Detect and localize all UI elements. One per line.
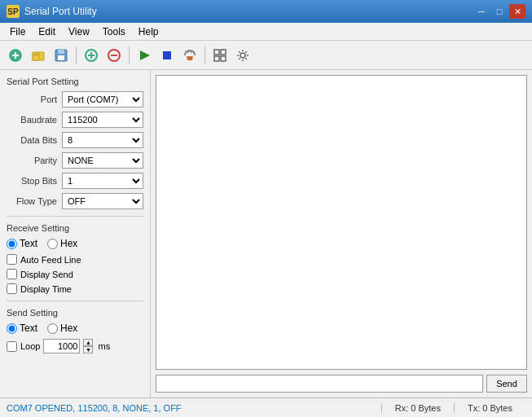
loop-value-input[interactable]	[43, 339, 80, 353]
app-icon: SP	[7, 5, 20, 18]
left-panel: Serial Port Setting Port Port (COM7) Por…	[0, 70, 151, 397]
svg-rect-6	[58, 50, 64, 54]
title-text: Serial Port Utility	[24, 6, 473, 17]
toolbar-separator-3	[204, 46, 205, 64]
svg-rect-17	[214, 56, 219, 61]
display-send-label: Display Send	[20, 270, 73, 279]
remove-connection-button[interactable]	[103, 45, 125, 66]
loop-label: Loop	[20, 341, 40, 351]
loop-checkbox[interactable]: Loop	[7, 341, 40, 352]
send-row: Send	[156, 375, 527, 393]
receive-text-label: Text	[20, 238, 37, 249]
receive-setting-title: Receive Setting	[7, 223, 143, 233]
parity-row: Parity NONE ODD EVEN MARK SPACE	[7, 152, 143, 169]
flowtype-select[interactable]: OFF HARDWARE SOFTWARE	[62, 193, 143, 209]
svg-rect-15	[214, 50, 219, 55]
menu-view[interactable]: View	[62, 24, 96, 39]
display-time-label: Display Time	[20, 284, 72, 294]
send-button[interactable]: Send	[486, 375, 527, 393]
svg-point-19	[240, 53, 245, 58]
display-time-checkbox[interactable]: Display Time	[7, 283, 143, 294]
menu-tools[interactable]: Tools	[96, 24, 132, 39]
ms-label: ms	[98, 341, 110, 351]
receive-hex-label: Hex	[60, 238, 77, 249]
receive-text-area[interactable]	[156, 75, 527, 370]
receive-text-radio[interactable]: Text	[7, 238, 37, 249]
send-text-radio[interactable]: Text	[7, 323, 37, 334]
databits-label: Data Bits	[7, 135, 62, 145]
status-rx: Rx: 0 Bytes	[382, 403, 455, 413]
svg-rect-14	[163, 51, 171, 59]
baudrate-select[interactable]: 115200 9600 19200 38400 57600	[62, 112, 143, 128]
loop-increment-button[interactable]: ▲	[83, 339, 93, 346]
loop-spinner: ▲ ▼	[83, 339, 93, 353]
svg-rect-16	[221, 50, 226, 55]
loop-decrement-button[interactable]: ▼	[83, 346, 93, 353]
receive-format-group: Text Hex	[7, 238, 143, 249]
parity-select[interactable]: NONE ODD EVEN MARK SPACE	[62, 152, 143, 169]
divider-1	[7, 216, 143, 217]
toolbar-separator-2	[129, 46, 130, 64]
settings-button[interactable]	[232, 45, 253, 66]
send-format-group: Text Hex	[7, 323, 143, 334]
menu-help[interactable]: Help	[132, 24, 165, 39]
send-setting-title: Send Setting	[7, 308, 143, 318]
toolbar-separator-1	[76, 46, 77, 64]
menu-bar: File Edit View Tools Help	[0, 23, 532, 41]
send-hex-label: Hex	[60, 323, 77, 334]
clear-button[interactable]	[179, 45, 200, 66]
disconnect-button[interactable]	[156, 45, 178, 66]
send-text-input[interactable]	[156, 375, 483, 393]
menu-file[interactable]: File	[3, 24, 32, 39]
minimize-button[interactable]: ─	[473, 4, 490, 19]
stopbits-label: Stop Bits	[7, 176, 62, 186]
port-label: Port	[7, 94, 62, 104]
auto-feed-line-label: Auto Feed Line	[20, 255, 81, 265]
flowtype-label: Flow Type	[7, 196, 62, 206]
right-panel: Send	[151, 70, 532, 397]
multiport-button[interactable]	[209, 45, 231, 66]
main-content: Serial Port Setting Port Port (COM7) Por…	[0, 70, 532, 397]
port-row: Port Port (COM7) Port (COM1) Port (COM2)	[7, 91, 143, 108]
open-button[interactable]	[28, 45, 49, 66]
display-send-checkbox[interactable]: Display Send	[7, 269, 143, 279]
add-connection-button[interactable]	[81, 45, 102, 66]
save-button[interactable]	[51, 45, 72, 66]
parity-label: Parity	[7, 156, 62, 165]
svg-marker-13	[140, 50, 150, 60]
stopbits-row: Stop Bits 1 1.5 2	[7, 173, 143, 189]
serial-port-setting-title: Serial Port Setting	[7, 77, 143, 86]
receive-hex-radio[interactable]: Hex	[47, 238, 77, 249]
close-button[interactable]: ✕	[509, 4, 525, 19]
new-button[interactable]	[5, 45, 26, 66]
svg-rect-18	[221, 56, 226, 61]
send-text-label: Text	[20, 323, 37, 334]
stopbits-select[interactable]: 1 1.5 2	[62, 173, 143, 189]
baudrate-label: Baudrate	[7, 115, 62, 125]
loop-row: Loop ▲ ▼ ms	[7, 339, 143, 353]
databits-row: Data Bits 8 5 6 7	[7, 132, 143, 148]
send-hex-radio[interactable]: Hex	[47, 323, 77, 334]
auto-feed-line-checkbox[interactable]: Auto Feed Line	[7, 254, 143, 265]
port-select[interactable]: Port (COM7) Port (COM1) Port (COM2)	[62, 91, 143, 108]
connect-button[interactable]	[134, 45, 155, 66]
databits-select[interactable]: 8 5 6 7	[62, 132, 143, 148]
maximize-button[interactable]: □	[491, 4, 508, 19]
status-tx: Tx: 0 Bytes	[455, 403, 525, 413]
menu-edit[interactable]: Edit	[32, 24, 62, 39]
toolbar	[0, 41, 532, 70]
window-controls: ─ □ ✕	[473, 4, 525, 19]
title-bar: SP Serial Port Utility ─ □ ✕	[0, 0, 532, 23]
flowtype-row: Flow Type OFF HARDWARE SOFTWARE	[7, 193, 143, 209]
divider-2	[7, 301, 143, 301]
status-bar: COM7 OPENED, 115200, 8, NONE, 1, OFF Rx:…	[0, 397, 532, 417]
status-main: COM7 OPENED, 115200, 8, NONE, 1, OFF	[7, 403, 382, 413]
svg-rect-7	[58, 55, 64, 60]
baudrate-row: Baudrate 115200 9600 19200 38400 57600	[7, 112, 143, 128]
